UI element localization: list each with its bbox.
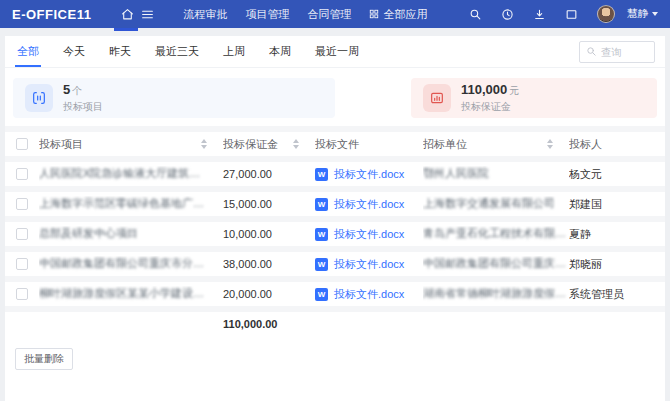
content-card: 全部 今天 昨天 最近三天 上周 本周 最近一周 5个 投标项目 — [5, 36, 665, 401]
download-icon[interactable] — [529, 4, 549, 24]
user-menu[interactable]: 慧静 — [627, 7, 658, 21]
tab-last-week[interactable]: 上周 — [221, 36, 247, 67]
sort-icon[interactable] — [547, 139, 553, 149]
bid-deposit-amount: 15,000.00 — [223, 198, 315, 210]
word-file-icon — [315, 288, 328, 301]
bidder-name: 夏静 — [569, 227, 665, 242]
tab-yesterday[interactable]: 昨天 — [107, 36, 133, 67]
tender-org-name: 湖南省常德柳叶湖旅游度假区管理委员会 — [423, 286, 569, 301]
word-file-icon — [315, 168, 328, 181]
row-checkbox[interactable] — [16, 288, 28, 300]
col-header-org[interactable]: 招标单位 — [423, 137, 569, 152]
tab-recent-week[interactable]: 最近一周 — [313, 36, 361, 67]
tender-org-name: 青岛产亚石化工程技术有限公司 — [423, 226, 569, 241]
bid-file-link[interactable]: 投标文件.docx — [334, 227, 404, 242]
tab-all[interactable]: 全部 — [15, 36, 41, 67]
col-header-bidder: 投标人 — [569, 137, 665, 152]
tender-org-name: 上海数字交通发展有限公司 — [423, 196, 555, 211]
app-logo: E-OFFICE11 — [12, 7, 91, 22]
row-checkbox[interactable] — [16, 228, 28, 240]
bid-project-name: 中国邮政集团有限公司重庆市分公司财务数据综合... — [39, 256, 211, 271]
bid-deposit-amount: 38,000.00 — [223, 258, 315, 270]
bid-deposit-amount: 27,000.00 — [223, 168, 315, 180]
table-header-row: 投标项目 投标保证金 投标文件 招标单位 投标人 — [5, 132, 665, 156]
home-icon[interactable] — [117, 4, 137, 24]
filter-tabbar: 全部 今天 昨天 最近三天 上周 本周 最近一周 — [5, 36, 665, 68]
table-row: 上海数字示范区零碳绿色基地广播系统改造项目 15,000.00 投标文件.doc… — [5, 192, 665, 216]
search-input-icon — [586, 46, 597, 57]
word-file-icon — [315, 228, 328, 241]
table-row: 总部及研发中心项目 10,000.00 投标文件.docx 青岛产亚石化工程技术… — [5, 222, 665, 246]
bid-deposit-total: 110,000 — [461, 82, 507, 97]
clock-icon[interactable] — [497, 4, 517, 24]
bid-project-count-label: 投标项目 — [63, 100, 103, 114]
table-row: 柳叶湖旅游度假区某某小学建设项目 20,000.00 投标文件.docx 湖南省… — [5, 282, 665, 306]
apps-grid-icon — [369, 9, 379, 19]
row-checkbox[interactable] — [16, 258, 28, 270]
bid-deposit-amount: 10,000.00 — [223, 228, 315, 240]
bidder-name: 系统管理员 — [569, 287, 665, 302]
tab-last-3-days[interactable]: 最近三天 — [153, 36, 201, 67]
bid-file-link[interactable]: 投标文件.docx — [334, 167, 404, 182]
search-box[interactable] — [579, 41, 655, 63]
bid-project-name: 总部及研发中心项目 — [39, 226, 138, 241]
nav-item-workflow[interactable]: 流程审批 — [183, 7, 227, 22]
col-header-deposit[interactable]: 投标保证金 — [223, 137, 315, 152]
bid-project-count: 5 — [63, 82, 70, 97]
table-row: 人民医院X院急诊输液大厅建筑工程 27,000.00 投标文件.docx 鄂州人… — [5, 162, 665, 186]
bid-deposit-total-card: 110,000元 投标保证金 — [411, 78, 657, 118]
table-row: 中国邮政集团有限公司重庆市分公司财务数据综合... 38,000.00 投标文件… — [5, 252, 665, 276]
bid-table: 投标项目 投标保证金 投标文件 招标单位 投标人 人民医院X院急诊输液大厅建筑工… — [5, 126, 665, 336]
tender-org-name: 中国邮政集团有限公司重庆市分公司 — [423, 256, 569, 271]
bid-file-link[interactable]: 投标文件.docx — [334, 287, 404, 302]
row-checkbox[interactable] — [16, 198, 28, 210]
col-header-file: 投标文件 — [315, 137, 423, 152]
bid-deposit-amount: 20,000.00 — [223, 288, 315, 300]
batch-delete-button[interactable]: 批量删除 — [15, 348, 73, 370]
deposit-icon — [423, 84, 451, 112]
bid-deposit-total-label: 投标保证金 — [461, 100, 519, 114]
search-input[interactable] — [601, 46, 648, 58]
bid-project-count-card: 5个 投标项目 — [13, 78, 335, 118]
bidder-name: 郑建国 — [569, 197, 665, 212]
word-file-icon — [315, 198, 328, 211]
nav-item-contracts[interactable]: 合同管理 — [307, 7, 351, 22]
sort-icon[interactable] — [293, 139, 299, 149]
bid-file-link[interactable]: 投标文件.docx — [334, 257, 404, 272]
search-icon[interactable] — [465, 4, 485, 24]
tender-org-name: 鄂州人民医院 — [423, 166, 489, 181]
bid-project-name: 上海数字示范区零碳绿色基地广播系统改造项目 — [39, 196, 211, 211]
bid-project-icon — [25, 84, 53, 112]
tab-this-week[interactable]: 本周 — [267, 36, 293, 67]
top-navbar: E-OFFICE11 流程审批 项目管理 合同管理 全部应用 — [0, 0, 670, 28]
user-avatar[interactable] — [597, 5, 615, 23]
menu-icon[interactable] — [137, 4, 157, 24]
deposit-total-value: 110,000.00 — [223, 318, 315, 330]
bidder-name: 杨文元 — [569, 167, 665, 182]
bid-project-name: 柳叶湖旅游度假区某某小学建设项目 — [39, 286, 211, 301]
summary-row: 5个 投标项目 110,000元 投标保证金 — [5, 68, 665, 122]
main-nav: 流程审批 项目管理 合同管理 全部应用 — [183, 7, 427, 22]
sort-icon[interactable] — [201, 139, 207, 149]
bid-project-name: 人民医院X院急诊输液大厅建筑工程 — [39, 166, 211, 181]
col-header-project[interactable]: 投标项目 — [39, 137, 223, 152]
fullscreen-icon[interactable] — [561, 4, 581, 24]
bidder-name: 郑晓丽 — [569, 257, 665, 272]
row-checkbox[interactable] — [16, 168, 28, 180]
table-total-row: 110,000.00 — [5, 312, 665, 336]
select-all-checkbox[interactable] — [16, 138, 28, 150]
nav-item-projects[interactable]: 项目管理 — [245, 7, 289, 22]
chevron-down-icon — [652, 12, 658, 16]
tab-today[interactable]: 今天 — [61, 36, 87, 67]
bid-file-link[interactable]: 投标文件.docx — [334, 197, 404, 212]
nav-active-indicator — [114, 28, 138, 31]
navbar-right: 慧静 — [465, 4, 658, 24]
nav-item-all-apps[interactable]: 全部应用 — [369, 7, 427, 22]
word-file-icon — [315, 258, 328, 271]
